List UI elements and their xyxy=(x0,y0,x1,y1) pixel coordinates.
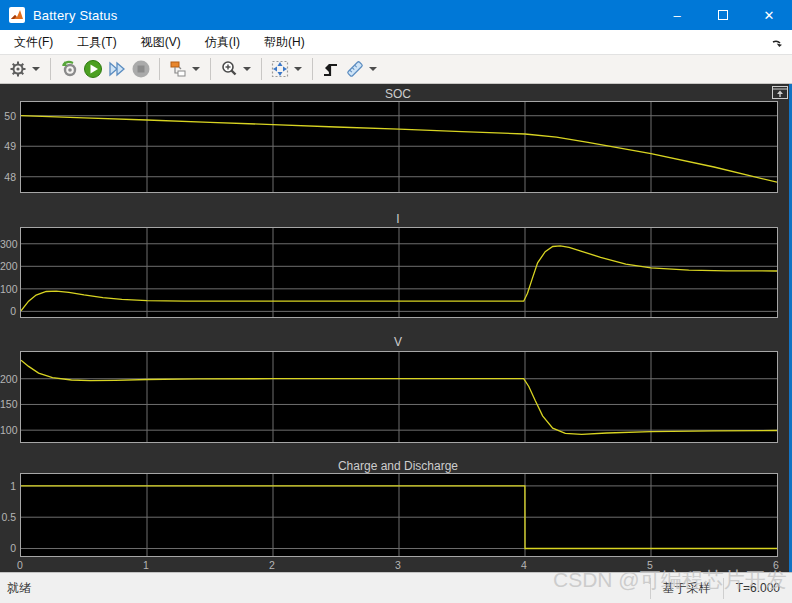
maximize-button[interactable] xyxy=(700,0,746,30)
menu-view[interactable]: 视图(V) xyxy=(131,30,191,55)
scope-canvas: SOC 484950 I 0100200300 V 100150200 Char… xyxy=(0,84,792,572)
minimize-button[interactable]: – xyxy=(654,0,700,30)
zoom-caret-icon[interactable] xyxy=(243,67,251,71)
step-forward-button[interactable] xyxy=(105,57,129,81)
toolbar-separator xyxy=(50,58,51,80)
status-right-panels: 基于采样 T=6.000 xyxy=(650,573,792,603)
menu-collapse-icon[interactable] xyxy=(770,35,786,51)
plot-axes-current[interactable] xyxy=(20,227,778,318)
gear-icon xyxy=(8,59,28,79)
zoom-icon xyxy=(219,59,239,79)
status-bar: 就绪 基于采样 T=6.000 xyxy=(0,572,792,603)
step-back-button[interactable] xyxy=(57,57,81,81)
measurements-ruler-icon xyxy=(345,59,365,79)
window-title: Battery Status xyxy=(33,8,117,23)
x-tick-labels: 0123456 xyxy=(20,559,778,573)
toolbar-separator xyxy=(210,58,211,80)
fit-to-view-button[interactable] xyxy=(268,57,292,81)
menu-bar: 文件(F) 工具(T) 视图(V) 仿真(I) 帮助(H) xyxy=(0,30,792,55)
settings-button[interactable] xyxy=(6,57,30,81)
menu-file[interactable]: 文件(F) xyxy=(4,30,63,55)
stop-icon xyxy=(131,59,151,79)
plot-axes-charge-discharge[interactable] xyxy=(20,473,778,557)
scope-window: Battery Status – ✕ 文件(F) 工具(T) 视图(V) 仿真(… xyxy=(0,0,792,603)
plot-title-current: I xyxy=(20,212,776,226)
dock-icon[interactable] xyxy=(772,85,788,98)
highlight-block-icon xyxy=(168,59,188,79)
matlab-icon xyxy=(9,7,25,23)
y-tick-labels: 484950 xyxy=(0,101,19,193)
measurements-button[interactable] xyxy=(343,57,367,81)
y-tick-labels: 00.51 xyxy=(0,473,19,557)
plot-title-soc: SOC xyxy=(20,87,776,101)
toolbar-separator xyxy=(312,58,313,80)
toolbar-separator xyxy=(159,58,160,80)
highlight-block-button[interactable] xyxy=(166,57,190,81)
settings-caret-icon[interactable] xyxy=(32,67,40,71)
maximize-icon xyxy=(718,10,728,20)
plot-axes-soc[interactable] xyxy=(20,101,778,193)
plot-title-voltage: V xyxy=(20,335,776,349)
toolbar xyxy=(0,55,792,84)
run-button[interactable] xyxy=(81,57,105,81)
status-sample-mode: 基于采样 xyxy=(650,578,723,599)
menu-help[interactable]: 帮助(H) xyxy=(254,30,315,55)
title-bar: Battery Status – ✕ xyxy=(0,0,792,30)
play-icon xyxy=(83,59,103,79)
trigger-icon xyxy=(321,59,341,79)
step-forward-icon xyxy=(107,59,127,79)
close-button[interactable]: ✕ xyxy=(746,0,792,30)
menu-simulation[interactable]: 仿真(I) xyxy=(195,30,250,55)
stop-button[interactable] xyxy=(129,57,153,81)
measurements-caret-icon[interactable] xyxy=(369,67,377,71)
window-controls: – ✕ xyxy=(654,0,792,30)
highlight-block-caret-icon[interactable] xyxy=(192,67,200,71)
status-sim-time: T=6.000 xyxy=(723,578,792,599)
trigger-button[interactable] xyxy=(319,57,343,81)
plot-title-charge-discharge: Charge and Discharge xyxy=(20,459,776,473)
plot-axes-voltage[interactable] xyxy=(20,351,778,443)
zoom-button[interactable] xyxy=(217,57,241,81)
y-tick-labels: 100150200 xyxy=(0,351,19,443)
menu-tools[interactable]: 工具(T) xyxy=(67,30,126,55)
step-back-icon xyxy=(59,59,79,79)
toolbar-separator xyxy=(261,58,262,80)
fit-to-view-icon xyxy=(270,59,290,79)
fit-to-view-caret-icon[interactable] xyxy=(294,67,302,71)
status-ready: 就绪 xyxy=(0,580,31,597)
y-tick-labels: 0100200300 xyxy=(0,227,19,318)
